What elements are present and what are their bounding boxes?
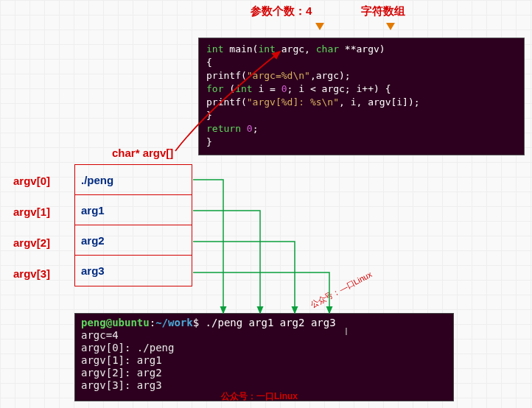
terminal-line: argv[1]: arg1 (81, 354, 447, 367)
arrow-down-icon (315, 23, 324, 30)
label-arg-count: 参数个数：4 (251, 4, 312, 17)
argv-cell: ./peng (75, 165, 192, 195)
code-line: for (int i = 0; i < argc; i++) { (206, 82, 517, 96)
terminal-prompt-line: peng@ubuntu:~/work$ ./peng arg1 arg2 arg… (81, 317, 447, 329)
code-line: return 0; (206, 122, 517, 136)
argv-index-label: argv[1] (13, 197, 50, 228)
code-block: int main(int argc, char **argv) { printf… (198, 38, 525, 155)
terminal-output: peng@ubuntu:~/work$ ./peng arg1 arg2 arg… (74, 313, 454, 401)
code-line: printf("argv[%d]: %s\n", i, argv[i]); (206, 96, 517, 109)
text-cursor-icon: I (345, 326, 348, 337)
terminal-line: argv[0]: ./peng (81, 342, 447, 354)
label-char-array: 字符数组 (361, 4, 405, 17)
argv-cell: arg2 (75, 225, 192, 256)
arrow-down-icon (386, 23, 395, 30)
argv-table: ./peng arg1 arg2 arg3 (74, 164, 192, 286)
argv-cell: arg1 (75, 195, 192, 225)
code-line: printf("argc=%d\n",argc); (206, 69, 517, 82)
terminal-line: argv[2]: arg2 (81, 367, 447, 379)
argv-cell: arg3 (75, 256, 192, 286)
argv-index-label: argv[2] (13, 228, 50, 258)
code-line: int main(int argc, char **argv) (206, 43, 517, 56)
argv-index-label: argv[0] (13, 166, 50, 197)
code-line: { (206, 56, 517, 69)
watermark-text: 公众号：—口Linux (309, 269, 374, 311)
argv-index-label: argv[3] (13, 258, 50, 289)
code-line: } (206, 136, 517, 149)
label-argv-type: char* argv[] (112, 147, 173, 159)
code-line: } (206, 109, 517, 122)
terminal-line: argc=4 (81, 329, 447, 342)
watermark-text: 公众号：一口Linux (221, 390, 298, 403)
